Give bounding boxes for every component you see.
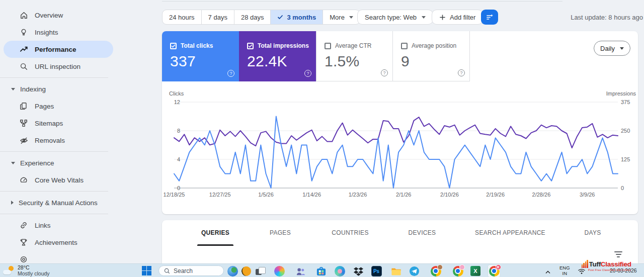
search-type-chip[interactable]: Search type: Web: [357, 10, 433, 25]
search-type-label: Search type: Web: [365, 14, 417, 21]
smart-filter-button[interactable]: [481, 10, 498, 25]
table-filter-icon[interactable]: [614, 251, 623, 258]
metric-checkbox[interactable]: [401, 43, 408, 49]
chevron-down-icon: [11, 162, 15, 164]
svg-text:2/1/26: 2/1/26: [396, 192, 412, 198]
taskbar-icon-copilot[interactable]: [273, 265, 285, 277]
tab-search-appearance[interactable]: SEARCH APPEARANCE: [475, 229, 545, 236]
gear-icon: [19, 254, 29, 263]
svg-text:375: 375: [621, 99, 630, 105]
taskbar-icon-excel[interactable]: X: [469, 265, 481, 277]
svg-text:1/14/26: 1/14/26: [302, 192, 321, 198]
range-24-hours[interactable]: 24 hours: [163, 10, 201, 24]
tab-queries[interactable]: QUERIES: [201, 229, 229, 236]
tab-pages[interactable]: PAGES: [270, 229, 291, 236]
sidebar-item-insights[interactable]: Insights: [4, 24, 113, 41]
check-icon: [277, 15, 283, 20]
svg-text:250: 250: [621, 128, 630, 134]
taskbar-icon-chrome-profile-man[interactable]: [430, 265, 442, 277]
svg-text:8: 8: [177, 128, 180, 134]
svg-text:2/28/26: 2/28/26: [532, 192, 551, 198]
sidebar-item-url-inspection[interactable]: URL inspection: [4, 58, 113, 75]
sidebar: OverviewInsightsPerformanceURL inspectio…: [0, 0, 114, 263]
help-icon[interactable]: ?: [381, 69, 388, 76]
tab-countries[interactable]: COUNTRIES: [332, 229, 368, 236]
taskbar-icon-chrome-active-r[interactable]: R: [488, 265, 500, 277]
svg-text:4: 4: [177, 156, 180, 162]
metric-value: 337: [170, 53, 232, 70]
metric-value: 9: [401, 53, 462, 70]
taskbar-search-box[interactable]: Search: [158, 265, 224, 276]
sidebar-item-core-web-vitals[interactable]: Core Web Vitals: [4, 171, 113, 189]
chevron-down-icon: [11, 88, 15, 90]
svg-text:12/27/25: 12/27/25: [209, 192, 231, 198]
sidebar-item-links[interactable]: Links: [4, 217, 113, 234]
sidebar-item-settings[interactable]: [4, 251, 113, 263]
sidebar-section-security-manual-actions[interactable]: Security & Manual Actions: [0, 194, 114, 211]
metric-tile-total-impressions[interactable]: Total impressions22.4K?: [239, 31, 316, 81]
clicks-impressions-line-chart: 123758250412500ClicksImpressions12/18/25…: [162, 89, 638, 210]
metric-value: 1.5%: [325, 53, 385, 70]
sidebar-item-pages[interactable]: Pages: [4, 98, 113, 115]
tune-sparkle-icon: [485, 13, 494, 22]
taskbar-icon-file-explorer[interactable]: [390, 265, 402, 277]
range-3-months[interactable]: 3 months: [270, 10, 323, 24]
sidebar-divider: [0, 214, 108, 214]
metric-checkbox[interactable]: [170, 43, 177, 49]
weather-temp: 28°C: [18, 264, 50, 270]
home-icon: [19, 10, 29, 20]
taskbar-icon-edge[interactable]: [334, 265, 346, 277]
granularity-dropdown[interactable]: Daily: [594, 41, 630, 56]
metric-tiles: Total clicks337?Total impressions22.4K?A…: [162, 31, 470, 81]
metric-checkbox[interactable]: [247, 43, 254, 49]
taskbar-icon-microsoft-store[interactable]: [315, 265, 327, 277]
chevron-right-icon: [11, 201, 14, 205]
add-filter-chip[interactable]: Add filter: [432, 10, 483, 25]
gauge-icon: [19, 175, 29, 185]
sidebar-item-performance[interactable]: Performance: [4, 41, 113, 58]
svg-text:0: 0: [177, 185, 180, 191]
range-28-days[interactable]: 28 days: [234, 10, 271, 24]
filter-bar: 24 hours7 days28 days3 monthsMore Search…: [162, 10, 360, 25]
svg-text:2/10/26: 2/10/26: [440, 192, 459, 198]
taskbar-icon-orange-moon[interactable]: [240, 265, 252, 277]
taskbar-icon-chrome-profile-pig[interactable]: [452, 265, 464, 277]
chevron-down-icon: [620, 47, 624, 50]
range-7-days[interactable]: 7 days: [201, 10, 234, 24]
weather-condition: Mostly cloudy: [18, 270, 50, 276]
help-icon[interactable]: ?: [304, 70, 311, 77]
date-range-segmented-control: 24 hours7 days28 days3 monthsMore: [162, 10, 360, 25]
svg-text:0: 0: [621, 185, 624, 191]
metric-tile-average-ctr[interactable]: Average CTR1.5%?: [316, 31, 393, 81]
windows-start-button[interactable]: [142, 266, 151, 275]
sidebar-item-removals[interactable]: Removals: [4, 132, 113, 149]
tab-days[interactable]: DAYS: [585, 229, 601, 236]
help-icon[interactable]: ?: [227, 70, 234, 77]
taskbar-icon-teams[interactable]: [294, 265, 306, 277]
sidebar-item-achievements[interactable]: Achievements: [4, 234, 113, 251]
metric-tile-average-position[interactable]: Average position9?: [393, 31, 470, 81]
tray-chevron-up-icon[interactable]: [545, 267, 551, 276]
sidebar-section-experience[interactable]: Experience: [0, 154, 114, 171]
wifi-icon[interactable]: [578, 267, 586, 276]
metric-checkbox[interactable]: [325, 43, 331, 49]
metric-tile-total-clicks[interactable]: Total clicks337?: [162, 31, 239, 81]
tray-language-indicator[interactable]: ENG IN: [559, 265, 570, 276]
sidebar-item-sitemaps[interactable]: Sitemaps: [4, 115, 113, 132]
taskbar-search-placeholder: Search: [174, 267, 193, 274]
taskbar-icon-task-view[interactable]: [254, 265, 266, 277]
taskbar-icon-dropbox[interactable]: [352, 265, 364, 277]
taskbar-icon-photoshop[interactable]: Ps: [370, 265, 382, 277]
range-more[interactable]: More: [323, 10, 360, 24]
tab-devices[interactable]: DEVICES: [409, 229, 436, 236]
help-icon[interactable]: ?: [458, 69, 465, 76]
active-tab-underline: [197, 244, 233, 246]
taskbar-icon-telegram[interactable]: [408, 265, 420, 277]
svg-text:3/9/26: 3/9/26: [580, 192, 595, 198]
sidebar-section-indexing[interactable]: Indexing: [0, 80, 114, 98]
sidebar-item-overview[interactable]: Overview: [4, 7, 113, 24]
profile-r-badge: R: [496, 264, 501, 270]
taskbar-weather-widget[interactable]: 28°C Mostly cloudy: [3, 264, 50, 276]
tray-date[interactable]: 20-03-2026: [610, 267, 637, 273]
taskbar-icon-globe[interactable]: [226, 265, 238, 277]
